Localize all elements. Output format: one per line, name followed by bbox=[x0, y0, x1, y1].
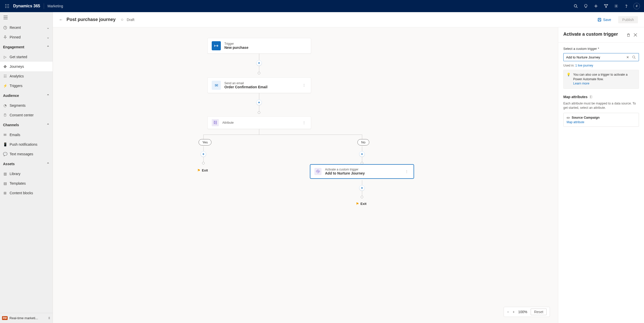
node-email[interactable]: ✉ Send an email Order Confirmation Email… bbox=[207, 77, 311, 93]
back-button[interactable]: ← bbox=[59, 17, 63, 22]
nav-label: Get started bbox=[10, 55, 27, 59]
journey-icon: ⛖ bbox=[3, 64, 7, 69]
gear-icon[interactable] bbox=[611, 0, 621, 12]
nav-recent[interactable]: Recent ⌄ bbox=[0, 23, 53, 32]
learn-more-link[interactable]: Learn more bbox=[573, 82, 589, 85]
module-label[interactable]: Marketing bbox=[48, 4, 63, 8]
exit-label-no: ⚑Exit bbox=[356, 202, 367, 206]
save-label: Save bbox=[603, 18, 611, 22]
svg-point-15 bbox=[616, 6, 617, 7]
info-icon[interactable]: i bbox=[589, 95, 593, 99]
node-title: New purchase bbox=[224, 46, 248, 50]
more-icon[interactable]: ⋮ bbox=[404, 168, 410, 175]
zoom-bar: − + 100% Reset bbox=[504, 307, 550, 317]
nav-emails[interactable]: ✉Emails bbox=[0, 130, 53, 140]
nav-content-blocks[interactable]: ⊞Content blocks bbox=[0, 188, 53, 198]
nav-push[interactable]: 📱Push notifications bbox=[0, 140, 53, 149]
svg-point-9 bbox=[574, 5, 577, 7]
plus-icon[interactable] bbox=[591, 0, 601, 12]
connector bbox=[259, 66, 259, 72]
connector bbox=[362, 146, 362, 151]
add-step-button[interactable]: + bbox=[201, 151, 206, 157]
analytics-icon: ☷ bbox=[3, 74, 7, 78]
zoom-reset-button[interactable]: Reset bbox=[531, 309, 547, 315]
add-step-button[interactable]: + bbox=[256, 60, 262, 66]
node-title: Add to Nurture Journey bbox=[325, 171, 365, 175]
nav-group-audience[interactable]: Audience ⌃ bbox=[0, 91, 53, 101]
connector bbox=[259, 54, 259, 60]
nav-pinned[interactable]: Pinned ⌄ bbox=[0, 32, 53, 42]
add-step-button[interactable]: + bbox=[359, 151, 365, 157]
flag-icon: ⚑ bbox=[197, 168, 200, 172]
used-in-link[interactable]: 1 live journey bbox=[575, 64, 593, 67]
nav-journeys[interactable]: ⛖Journeys bbox=[0, 62, 53, 71]
more-icon[interactable]: ⋮ bbox=[301, 82, 307, 88]
map-attribute-link[interactable]: Map attribute bbox=[567, 120, 636, 124]
search-icon[interactable] bbox=[631, 54, 637, 60]
node-attribute[interactable]: ⛓ Attribute ⋮ bbox=[207, 116, 311, 129]
branch-no-pill[interactable]: No bbox=[357, 139, 369, 145]
node-sublabel: Trigger bbox=[224, 42, 248, 46]
exit-text: Exit bbox=[360, 202, 367, 206]
trigger-combobox[interactable]: ✕ bbox=[563, 53, 639, 61]
area-switcher[interactable]: RM Real-time marketi... ⇳ bbox=[0, 313, 53, 323]
bolt-icon: ⚡ bbox=[3, 84, 7, 88]
nav-templates[interactable]: ▤Templates bbox=[0, 179, 53, 188]
add-step-button[interactable]: + bbox=[359, 185, 365, 191]
library-icon: ▥ bbox=[3, 172, 7, 176]
nav-text[interactable]: 💬Text messages bbox=[0, 149, 53, 159]
filter-icon[interactable] bbox=[601, 0, 611, 12]
nav-library[interactable]: ▥Library bbox=[0, 169, 53, 179]
nav-label: Templates bbox=[10, 181, 26, 185]
save-button[interactable]: Save bbox=[597, 18, 611, 22]
svg-rect-23 bbox=[599, 18, 600, 19]
close-icon[interactable] bbox=[632, 31, 639, 38]
nav-group-assets[interactable]: Assets ⌃ bbox=[0, 159, 53, 169]
connector bbox=[259, 105, 259, 111]
node-trigger[interactable]: Trigger New purchase bbox=[207, 38, 311, 54]
nav-get-started[interactable]: ▷Get started bbox=[0, 52, 53, 62]
search-icon[interactable] bbox=[571, 0, 581, 12]
flag-icon: ⚑ bbox=[356, 202, 359, 206]
avatar-initial: # bbox=[636, 4, 638, 8]
journey-canvas[interactable]: Trigger New purchase + ✉ Send an email O… bbox=[53, 27, 558, 323]
nav-analytics[interactable]: ☷Analytics bbox=[0, 71, 53, 81]
node-title: Attribute bbox=[222, 121, 234, 124]
hamburger-icon[interactable] bbox=[0, 12, 53, 23]
connector-end bbox=[258, 72, 260, 74]
zoom-out-button[interactable]: − bbox=[507, 310, 509, 314]
node-custom-trigger[interactable]: ⛗ Activate a custom trigger Add to Nurtu… bbox=[310, 164, 414, 179]
map-attributes-title: Map attributes i bbox=[563, 95, 639, 99]
zoom-in-button[interactable]: + bbox=[512, 310, 514, 314]
svg-point-6 bbox=[5, 7, 6, 8]
app-launcher-icon[interactable] bbox=[2, 0, 12, 12]
panel-title: Activate a custom trigger bbox=[563, 31, 625, 37]
nav-consent[interactable]: 🗒Consent center bbox=[0, 110, 53, 120]
lightbulb-icon[interactable] bbox=[581, 0, 591, 12]
nav-group-label: Assets bbox=[3, 162, 15, 166]
nav-label: Journeys bbox=[10, 64, 24, 69]
more-icon[interactable]: ⋮ bbox=[301, 120, 307, 126]
nav-group-channels[interactable]: Channels ⌃ bbox=[0, 120, 53, 130]
nav-segments[interactable]: ◔Segments bbox=[0, 101, 53, 110]
nav-label: Triggers bbox=[10, 84, 23, 88]
clear-icon[interactable]: ✕ bbox=[625, 54, 631, 60]
nav-triggers[interactable]: ⚡Triggers bbox=[0, 81, 53, 91]
help-icon[interactable] bbox=[621, 0, 631, 12]
branch-yes-pill[interactable]: Yes bbox=[199, 139, 211, 145]
branch-yes-label: Yes bbox=[202, 140, 208, 144]
add-step-button[interactable]: + bbox=[256, 100, 262, 105]
connector bbox=[203, 157, 204, 162]
chevron-up-icon: ⌃ bbox=[47, 162, 50, 166]
attribute-card[interactable]: ▭ Source Campaign Map attribute bbox=[563, 113, 639, 127]
nav-group-engagement[interactable]: Engagement ⌃ bbox=[0, 42, 53, 52]
delete-icon[interactable] bbox=[625, 31, 632, 38]
avatar[interactable]: # bbox=[633, 3, 640, 9]
info-text: You can also use a trigger to activate a… bbox=[573, 73, 628, 81]
zoom-reset-label: Reset bbox=[534, 310, 543, 314]
brand-label[interactable]: Dynamics 365 bbox=[13, 4, 40, 8]
area-badge: RM bbox=[2, 316, 8, 320]
svg-point-8 bbox=[8, 7, 9, 8]
left-nav: Recent ⌄ Pinned ⌄ Engagement ⌃ ▷Get star… bbox=[0, 12, 53, 323]
trigger-input[interactable] bbox=[566, 55, 625, 59]
